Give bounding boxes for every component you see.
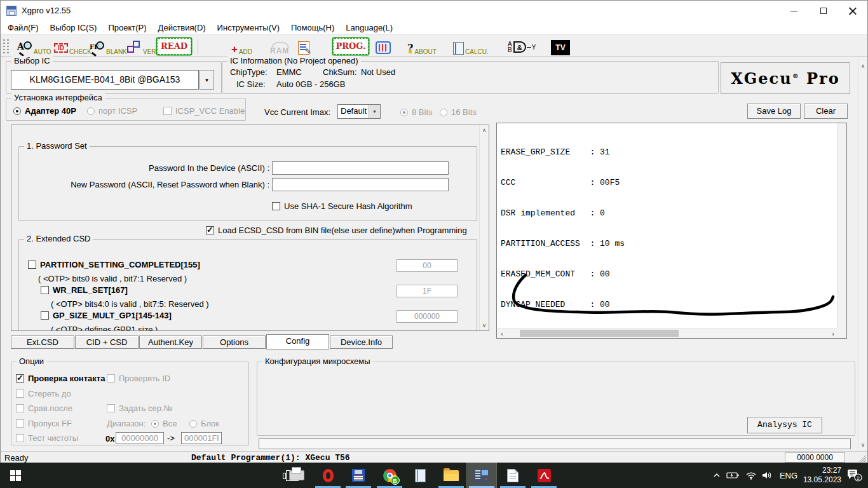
ic-select-value[interactable]: KLM8G1GEME-B041_8Bit @BGA153	[11, 70, 199, 90]
radio-icon[interactable]	[189, 420, 197, 428]
checkbox-icon[interactable]	[41, 311, 49, 320]
sha1-checkbox[interactable]: Use SHA-1 Secure Hash Algorithm	[272, 201, 412, 211]
add-button[interactable]: + ADD	[231, 37, 252, 55]
compare-after-checkbox[interactable]: Срав.после	[16, 403, 72, 413]
taskbar-app-opera[interactable]	[313, 463, 343, 488]
analysys-ic-button[interactable]: Analysys IC	[747, 417, 822, 433]
ecsd-item-gp-size-mult[interactable]: GP_SIZE_MULT_GP1[145-143]	[41, 311, 172, 320]
volume-status[interactable]	[760, 463, 775, 488]
radio-icon[interactable]	[151, 420, 159, 428]
panel-vertical-scrollbar[interactable]: ∧ ∨	[479, 125, 489, 330]
logic-gate-button[interactable]: AB & Y	[508, 37, 536, 55]
blank-test-checkbox[interactable]: Тест чистоты	[16, 433, 78, 443]
tab-options[interactable]: Options	[203, 336, 266, 349]
scroll-left-icon[interactable]: ‹	[498, 329, 506, 339]
taskbar-app-acrobat[interactable]	[529, 463, 559, 488]
ecsd-item-wr-rel-set[interactable]: WR_REL_SET[167]	[41, 285, 128, 295]
close-button[interactable]	[838, 1, 867, 21]
checkbox-icon[interactable]	[16, 434, 24, 442]
menu-tools[interactable]: Инструменты(V)	[212, 21, 285, 34]
auto-button[interactable]: A AUTO	[17, 37, 51, 55]
window-vertical-scrollbar[interactable]: ∧ ∨	[858, 61, 867, 450]
scroll-down-icon[interactable]: ∨	[480, 322, 489, 329]
checkbox-icon[interactable]	[28, 261, 36, 269]
menu-help[interactable]: Помощь(H)	[285, 21, 340, 34]
range-block-radio[interactable]: Блок	[189, 419, 219, 428]
ecsd-value-gp-size-mult[interactable]: 000000	[397, 310, 458, 323]
checkbox-icon[interactable]	[16, 404, 24, 412]
language-indicator[interactable]: ENG	[778, 463, 799, 488]
about-button[interactable]: ? ABOUT	[407, 37, 437, 55]
radio-icon[interactable]	[87, 107, 95, 115]
checkbox-icon[interactable]	[41, 286, 49, 294]
pin-check-checkbox[interactable]: Проверка контакта PIN	[16, 374, 121, 383]
taskbar-app-scanner[interactable]	[281, 463, 312, 488]
ecsd-value-wr-rel-set[interactable]: 1F	[397, 285, 458, 297]
menu-file[interactable]: Файл(F)	[2, 21, 44, 34]
scroll-down-icon[interactable]: ∨	[858, 442, 867, 448]
calculator-button[interactable]: CALCU.	[453, 37, 489, 55]
password-device-input[interactable]	[272, 161, 449, 175]
checkbox-icon[interactable]	[107, 404, 115, 412]
load-ecsd-checkbox[interactable]: Load ECSD_CSD from BIN file(else user de…	[206, 226, 467, 235]
battery-status[interactable]	[726, 463, 741, 488]
tv-button[interactable]: TV	[551, 37, 570, 55]
clear-button[interactable]: Clear	[804, 104, 848, 119]
bits16-radio[interactable]: 16 Bits	[440, 107, 477, 117]
notification-center-button[interactable]: 2	[845, 463, 864, 488]
taskbar-app-backup[interactable]	[343, 463, 374, 488]
tray-expand-button[interactable]	[710, 463, 723, 488]
tab-device-info[interactable]: Device.Info	[330, 336, 393, 349]
set-serial-checkbox[interactable]: Задать сер.№	[107, 403, 172, 413]
taskbar-app-xgpro[interactable]	[466, 463, 497, 488]
checkbox-icon[interactable]	[206, 226, 214, 234]
checkbox-icon[interactable]	[107, 374, 115, 383]
ecsd-value-partition-setting[interactable]: 00	[397, 259, 458, 272]
scroll-up-icon[interactable]: ∧	[858, 63, 867, 69]
log-horizontal-scrollbar[interactable]: ‹ ›	[497, 328, 838, 338]
ecsd-item-partition-setting[interactable]: PARTITION_SETTING_COMPLETED[155]	[28, 260, 200, 269]
checkbox-icon[interactable]	[163, 107, 172, 115]
scrollbar-thumb[interactable]	[520, 330, 679, 337]
clock[interactable]: 23:27 13.05.2023	[799, 463, 841, 488]
tab-ext-csd[interactable]: Ext.CSD	[11, 336, 74, 349]
scroll-up-icon[interactable]: ∧	[480, 127, 489, 133]
maximize-button[interactable]	[809, 1, 838, 21]
tab-cid-csd[interactable]: CID + CSD	[75, 336, 139, 349]
menu-project[interactable]: Проект(P)	[102, 21, 152, 34]
radio-icon[interactable]	[13, 107, 21, 115]
skip-ff-checkbox[interactable]: Пропуск FF	[16, 419, 72, 428]
bits8-radio[interactable]: 8 Bits	[400, 107, 433, 117]
taskbar-app-calculator[interactable]	[405, 463, 435, 488]
check-id-button[interactable]: ID CHECK	[54, 37, 92, 55]
ic-select-dropdown-button[interactable]: ▼	[200, 70, 214, 90]
prog-button[interactable]: PROG.	[333, 37, 369, 55]
minimize-button[interactable]	[780, 1, 809, 21]
erase-before-checkbox[interactable]: Стереть до	[16, 389, 71, 398]
checkbox-icon[interactable]	[16, 374, 24, 383]
icsp-vcc-checkbox[interactable]: ICSP_VCC Enable	[163, 106, 245, 116]
addr-to-input[interactable]	[181, 432, 222, 444]
adapter-40p-radio[interactable]: Адаптер 40P	[13, 106, 76, 116]
menu-actions[interactable]: Действия(D)	[153, 21, 212, 34]
menu-language[interactable]: Language(L)	[340, 21, 398, 34]
checkbox-icon[interactable]	[16, 390, 24, 398]
chip-test-button[interactable]	[376, 37, 391, 55]
check-id-checkbox[interactable]: Проверять ID	[107, 374, 170, 383]
menu-select-ic[interactable]: Выбор IC(S)	[44, 21, 103, 34]
icsp-port-radio[interactable]: порт ICSP	[87, 106, 137, 116]
checkbox-icon[interactable]	[272, 202, 280, 210]
tab-authent-key[interactable]: Authent.Key	[139, 336, 202, 349]
scroll-right-icon[interactable]: ›	[829, 329, 837, 339]
radio-icon[interactable]	[400, 109, 408, 116]
range-all-radio[interactable]: Все	[151, 419, 177, 428]
save-log-button[interactable]: Save Log	[747, 104, 801, 119]
taskbar-app-explorer[interactable]	[436, 463, 466, 488]
taskbar-app-chrome[interactable]: Б	[374, 463, 405, 488]
addr-from-input[interactable]	[116, 432, 164, 444]
vcc-imax-combo[interactable]: Default ▼	[337, 104, 381, 119]
blank-check-button[interactable]: FF BLANK	[90, 37, 127, 55]
taskbar-app-notepad[interactable]	[498, 463, 528, 488]
radio-icon[interactable]	[440, 109, 447, 116]
log-vertical-scrollbar[interactable]: ∧ ∨	[837, 123, 846, 328]
